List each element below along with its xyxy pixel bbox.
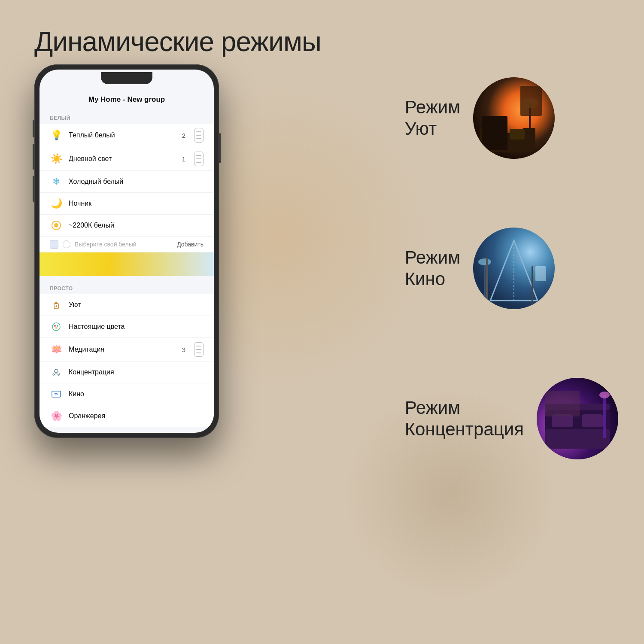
svg-point-14 xyxy=(521,98,538,108)
picker-placeholder: Выберите свой белый xyxy=(75,241,173,248)
phone-mockup: My Home - New group БЕЛЫЙ 💡 Теплый белый… xyxy=(34,64,219,580)
color-picker-row[interactable]: Выберите свой белый Добавить xyxy=(39,237,214,252)
item-label-greenhouse: Оранжерея xyxy=(69,412,204,420)
lotus-icon: 🪷 xyxy=(50,343,63,356)
list-item[interactable]: Концентрация xyxy=(39,361,214,383)
item-badge-daylight: 1 xyxy=(182,155,185,163)
remote-line xyxy=(196,135,201,136)
svg-rect-27 xyxy=(545,404,610,410)
phone-frame: My Home - New group БЕЛЫЙ 💡 Теплый белый… xyxy=(34,64,219,438)
phone-mute-button xyxy=(33,120,34,137)
remote-icon[interactable] xyxy=(194,342,204,357)
phone-volume-down-button xyxy=(33,176,34,202)
phone-volume-up-button xyxy=(33,144,34,170)
remote-line xyxy=(196,158,201,159)
item-label-cozy: Уют xyxy=(69,301,204,309)
snowflake-icon: ❄ xyxy=(50,175,63,188)
list-item[interactable]: 💡 Теплый белый 2 xyxy=(39,124,214,147)
phone-screen: My Home - New group БЕЛЫЙ 💡 Теплый белый… xyxy=(39,70,214,433)
svg-rect-32 xyxy=(603,395,606,438)
mode-photo-cozy xyxy=(473,77,555,159)
section-label-simple: ПРОСТО xyxy=(39,279,214,294)
remote-line xyxy=(196,131,201,132)
list-item[interactable]: Уют xyxy=(39,294,214,316)
list-item[interactable]: ~2200К белый xyxy=(39,215,214,237)
list-item[interactable]: ❄ Холодный белый xyxy=(39,171,214,193)
mode-row-concentration: Режим Концентрация xyxy=(405,378,618,459)
mode-row-cozy: Режим Уют xyxy=(405,77,555,159)
list-item[interactable]: Настоящие цвета xyxy=(39,316,214,338)
list-item[interactable]: 🪷 Медитация 3 xyxy=(39,338,214,361)
item-badge-warm-white: 2 xyxy=(182,132,185,139)
color-gradient-bar[interactable] xyxy=(39,252,214,276)
svg-rect-31 xyxy=(545,429,610,449)
svg-rect-30 xyxy=(582,414,603,427)
mode-photo-concentration xyxy=(537,378,618,459)
item-label-cool-white: Холодный белый xyxy=(69,178,204,185)
remote-line xyxy=(196,346,201,346)
phone-notch xyxy=(101,72,152,84)
remote-line xyxy=(196,155,201,156)
item-label-colors: Настоящие цвета xyxy=(69,323,204,331)
svg-rect-25 xyxy=(535,266,546,281)
svg-rect-19 xyxy=(510,129,525,140)
cozy-icon xyxy=(50,298,63,311)
item-label-meditation: Медитация xyxy=(69,346,176,353)
phone-power-button xyxy=(219,133,221,163)
concentration-icon xyxy=(50,366,63,379)
right-panel: Режим Уют xyxy=(405,77,618,459)
item-label-warm-white: Теплый белый xyxy=(69,131,176,139)
svg-rect-29 xyxy=(552,414,573,427)
item-label-daylight: Дневной свет xyxy=(69,155,176,163)
list-item[interactable]: TV Кино xyxy=(39,383,214,405)
moon-icon: 🌙 xyxy=(50,197,63,210)
lamp-icon: 💡 xyxy=(50,129,63,142)
item-label-2200k: ~2200К белый xyxy=(69,222,204,229)
svg-point-9 xyxy=(55,369,58,373)
remote-icon[interactable] xyxy=(194,152,204,166)
svg-point-33 xyxy=(599,392,610,398)
svg-point-7 xyxy=(57,325,58,327)
mode-label-concentration: Режим Концентрация xyxy=(405,397,524,440)
white-items-list: 💡 Теплый белый 2 ☀️ Дневной свет 1 xyxy=(39,124,214,276)
list-item[interactable]: 🌙 Ночник xyxy=(39,193,214,215)
remote-line xyxy=(196,349,201,350)
screen-header: My Home - New group xyxy=(39,92,214,109)
mode-row-cinema: Режим Кино xyxy=(405,228,555,309)
palette-icon xyxy=(50,320,63,333)
remote-line xyxy=(196,352,201,353)
mode-item-cinema: Режим Кино xyxy=(405,228,618,309)
tv-icon: TV xyxy=(50,388,63,401)
svg-rect-18 xyxy=(490,129,505,140)
item-label-cinema: Кино xyxy=(69,390,204,398)
item-label-nightlight: Ночник xyxy=(69,200,204,207)
svg-rect-23 xyxy=(484,262,486,301)
mode-item-cozy: Режим Уют xyxy=(405,77,618,159)
color-swatch xyxy=(50,240,58,249)
svg-point-6 xyxy=(54,325,56,327)
color-circle xyxy=(63,240,70,248)
simple-items-list: Уют Настоящие цвета xyxy=(39,294,214,427)
remote-icon[interactable] xyxy=(194,128,204,143)
svg-rect-16 xyxy=(480,128,492,152)
mode-label-cinema: Режим Кино xyxy=(405,247,461,290)
remote-line xyxy=(196,138,201,139)
mode-photo-cinema xyxy=(473,228,555,309)
page-title: Динамические режимы xyxy=(34,26,321,58)
mode-item-concentration: Режим Концентрация xyxy=(405,378,618,459)
picker-add-button[interactable]: Добавить xyxy=(177,241,204,248)
item-badge-meditation: 3 xyxy=(182,346,185,353)
section-label-white: БЕЛЫЙ xyxy=(39,109,214,124)
warm-circle-icon xyxy=(50,219,63,232)
svg-point-8 xyxy=(55,327,57,329)
remote-line xyxy=(196,162,201,163)
screen-content: My Home - New group БЕЛЫЙ 💡 Теплый белый… xyxy=(39,70,214,433)
list-item[interactable]: ☀️ Дневной свет 1 xyxy=(39,147,214,171)
svg-point-24 xyxy=(478,258,491,265)
svg-point-5 xyxy=(52,323,60,331)
sun-icon: ☀️ xyxy=(50,152,63,165)
item-label-concentration: Концентрация xyxy=(69,368,204,376)
svg-point-1 xyxy=(54,223,58,228)
list-item[interactable]: 🌸 Оранжерея xyxy=(39,405,214,427)
flower-icon: 🌸 xyxy=(50,410,63,422)
